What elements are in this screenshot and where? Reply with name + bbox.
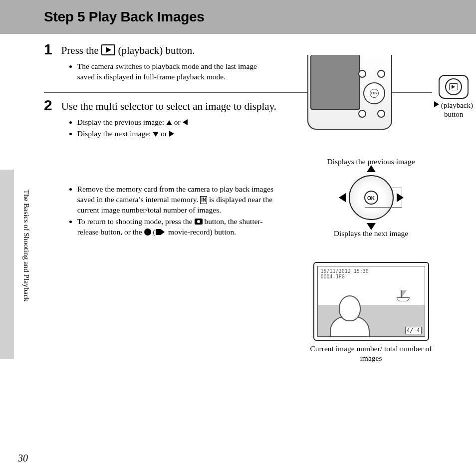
step-1-title: Press the (playback) button. bbox=[61, 44, 301, 57]
step-1-bullets: The camera switches to playback mode and… bbox=[61, 61, 276, 82]
step-1-title-pre: Press the bbox=[61, 44, 102, 56]
internal-memory-icon: IN bbox=[200, 196, 207, 204]
movie-record-icon bbox=[156, 229, 161, 235]
figure-playback-screen: 15/11/2012 15:30 0004.JPG 4/ 4 Current i… bbox=[310, 262, 432, 363]
playback-button-icon bbox=[445, 78, 462, 95]
callout-box bbox=[439, 75, 469, 99]
step-2-bullet-next: Display the next image: or bbox=[77, 129, 276, 139]
record-dot-icon bbox=[144, 229, 151, 236]
prev-label: Display the previous image: bbox=[77, 118, 166, 126]
sample-person-illustration bbox=[330, 291, 370, 336]
step-2-bullet-prev: Display the previous image: or bbox=[77, 117, 276, 128]
step-1-bullet-1: The camera switches to playback mode and… bbox=[77, 61, 276, 82]
callout-text: (playback) button bbox=[434, 101, 473, 119]
leader-line-down bbox=[365, 190, 402, 208]
camera-body bbox=[307, 55, 392, 130]
step-1-number: 1 bbox=[44, 42, 52, 57]
step-2-number: 2 bbox=[44, 98, 52, 113]
step-2-title: Use the multi selector to select an imag… bbox=[61, 100, 301, 113]
camera-mode-icon bbox=[195, 219, 203, 225]
selector-next-label: Displays the next image bbox=[310, 229, 432, 238]
or-2: or bbox=[161, 129, 169, 138]
arrow-left-icon bbox=[183, 119, 188, 125]
arrow-up-icon bbox=[166, 120, 172, 125]
playback-osd: 15/11/2012 15:30 0004.JPG bbox=[321, 268, 369, 279]
page-title: Step 5 Play Back Images bbox=[44, 9, 476, 25]
image-counter: 4/ 4 bbox=[405, 327, 422, 334]
ret-pre: To return to shooting mode, press the bbox=[77, 217, 195, 226]
camera-lcd bbox=[310, 55, 360, 110]
figure-multi-selector: Displays the previous image OK Displays … bbox=[310, 157, 432, 240]
next-label: Display the next image: bbox=[77, 129, 153, 138]
ret-post: movie-record) button. bbox=[168, 228, 236, 236]
step-2-bullets-1: Display the previous image: or Display t… bbox=[61, 117, 276, 139]
step-2-bullet-return: To return to shooting mode, press the bu… bbox=[77, 217, 276, 238]
callout-line-2: button bbox=[444, 110, 463, 118]
step-2-bullet-memory: Remove the memory card from the camera t… bbox=[77, 184, 276, 216]
sample-boat-illustration bbox=[395, 290, 410, 302]
playback-button-callout: (playback) button bbox=[434, 75, 473, 119]
page-title-bar: Step 5 Play Back Images bbox=[0, 0, 476, 34]
selector-arrow-up-icon bbox=[367, 165, 376, 172]
osd-filename: 0004.JPG bbox=[321, 274, 369, 279]
or-1: or bbox=[174, 118, 183, 126]
selector-arrow-left-icon bbox=[339, 193, 346, 202]
playback-screen: 15/11/2012 15:30 0004.JPG 4/ 4 bbox=[317, 266, 425, 337]
selector-arrow-down-icon bbox=[367, 223, 376, 230]
camera-small-button-1 bbox=[358, 70, 366, 78]
playback-screen-frame: 15/11/2012 15:30 0004.JPG 4/ 4 bbox=[313, 262, 429, 341]
osd-datetime: 15/11/2012 15:30 bbox=[321, 268, 369, 274]
playback-icon bbox=[101, 44, 115, 55]
camera-small-button-2 bbox=[377, 70, 385, 78]
step-1-title-post: (playback) button. bbox=[118, 44, 195, 56]
step-2-bullets-2: Remove the memory card from the camera t… bbox=[61, 184, 276, 238]
camera-menu-button bbox=[358, 110, 366, 118]
arrow-down-icon bbox=[153, 132, 159, 137]
callout-line-1: (playback) bbox=[441, 101, 473, 109]
play-glyph-icon bbox=[434, 101, 439, 107]
figure-camera-rear: (playback) button bbox=[307, 55, 432, 130]
arrow-right-icon bbox=[169, 131, 174, 137]
page-number: 30 bbox=[18, 453, 28, 464]
playback-caption: Current image number/ total number of im… bbox=[310, 344, 432, 363]
camera-dpad bbox=[363, 82, 385, 104]
camera-delete-button bbox=[377, 110, 385, 118]
